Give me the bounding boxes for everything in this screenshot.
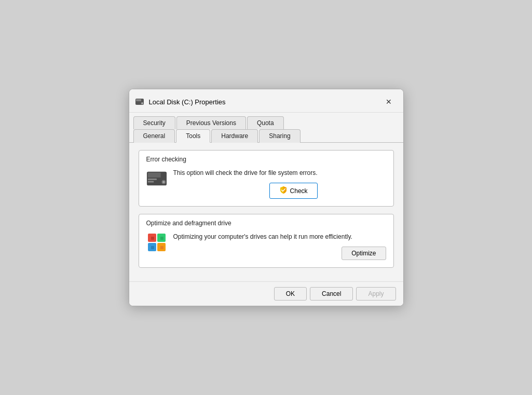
optimize-section: Optimize and defragment drive	[139, 214, 394, 268]
tabs-row-2: General Tools Hardware Sharing	[129, 129, 403, 143]
optimize-title: Optimize and defragment drive	[146, 220, 386, 227]
tab-general[interactable]: General	[133, 129, 175, 143]
optimize-description: Optimizing your computer's drives can he…	[173, 232, 386, 241]
svg-rect-13	[151, 237, 154, 240]
check-button-label: Check	[290, 187, 308, 195]
optimize-button[interactable]: Optimize	[342, 247, 386, 260]
tabs-row-1: Security Previous Versions Quota	[129, 113, 403, 129]
cancel-button[interactable]: Cancel	[310, 287, 353, 301]
close-button[interactable]: ✕	[381, 94, 396, 109]
disk-icon	[134, 97, 145, 107]
ok-button[interactable]: OK	[274, 287, 307, 301]
svg-rect-4	[147, 173, 160, 178]
svg-rect-6	[147, 181, 153, 183]
tab-hardware[interactable]: Hardware	[211, 129, 258, 143]
svg-rect-15	[151, 246, 154, 249]
optimize-content: Optimizing your computer's drives can he…	[146, 232, 386, 260]
svg-rect-16	[160, 246, 163, 249]
tab-security[interactable]: Security	[133, 116, 175, 129]
title-bar: Local Disk (C:) Properties ✕	[129, 89, 403, 113]
check-button[interactable]: Check	[269, 183, 318, 199]
svg-point-2	[141, 102, 143, 104]
dialog-title: Local Disk (C:) Properties	[149, 98, 381, 106]
error-checking-btn-area: Check	[173, 183, 318, 199]
svg-point-8	[162, 181, 165, 183]
tab-previous-versions[interactable]: Previous Versions	[176, 116, 246, 129]
defrag-icon	[146, 232, 167, 253]
error-checking-section: Error checking This option will check th…	[139, 150, 394, 207]
hdd-drive-icon	[146, 168, 167, 189]
dialog-window: Local Disk (C:) Properties ✕ Security Pr…	[129, 89, 404, 306]
dialog-body: Error checking This option will check th…	[129, 143, 403, 281]
dialog-footer: OK Cancel Apply	[129, 281, 403, 306]
svg-rect-1	[136, 99, 141, 101]
svg-rect-14	[160, 237, 163, 240]
tab-tools[interactable]: Tools	[176, 129, 210, 143]
optimize-btn-area: Optimize	[173, 247, 386, 260]
apply-button[interactable]: Apply	[356, 287, 395, 301]
shield-check-icon	[279, 186, 288, 196]
error-checking-description: This option will check the drive for fil…	[173, 168, 318, 178]
error-checking-content: This option will check the drive for fil…	[146, 168, 386, 199]
svg-rect-5	[147, 179, 156, 180]
tab-sharing[interactable]: Sharing	[259, 129, 300, 143]
error-checking-title: Error checking	[146, 156, 386, 163]
tab-quota[interactable]: Quota	[247, 116, 284, 129]
